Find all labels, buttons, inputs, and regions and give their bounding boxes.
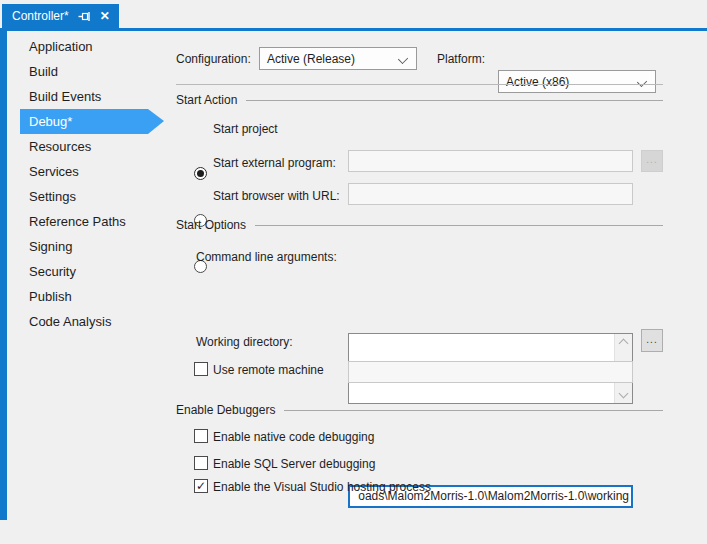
enable-debuggers-section-header: Enable Debuggers <box>176 403 663 417</box>
sidebar-item-build-events[interactable]: Build Events <box>8 84 170 109</box>
start-action-title: Start Action <box>176 93 237 107</box>
platform-value: Active (x86) <box>506 75 569 89</box>
configuration-label: Configuration: <box>176 52 251 66</box>
start-action-section-header: Start Action <box>176 93 663 107</box>
enable-vs-hosting-process-checkbox[interactable]: ✓ <box>194 479 208 493</box>
sidebar-item-services[interactable]: Services <box>8 159 170 184</box>
enable-sql-server-debugging-label[interactable]: Enable SQL Server debugging <box>213 457 375 471</box>
chevron-down-icon <box>398 54 408 64</box>
tab-controller[interactable]: Controller* ✕ <box>2 4 119 28</box>
platform-label: Platform: <box>437 52 485 66</box>
check-icon: ✓ <box>196 480 206 492</box>
scroll-up-icon[interactable] <box>619 339 629 349</box>
section-rule <box>246 100 663 101</box>
chevron-down-icon <box>637 77 647 87</box>
sidebar-item-security[interactable]: Security <box>8 259 170 284</box>
enable-vs-hosting-process-label[interactable]: Enable the Visual Studio hosting process <box>213 480 431 494</box>
browse-external-program-button: ... <box>641 150 663 172</box>
tab-title: Controller* <box>12 9 69 23</box>
use-remote-machine-label[interactable]: Use remote machine <box>213 363 324 377</box>
start-project-radio[interactable] <box>194 167 207 180</box>
start-external-program-input <box>348 150 633 172</box>
remote-machine-input <box>348 361 633 383</box>
properties-sidebar: Application Build Build Events Debug* Re… <box>8 34 170 334</box>
sidebar-item-debug[interactable]: Debug* <box>20 109 148 134</box>
start-project-label[interactable]: Start project <box>213 122 278 136</box>
enable-native-code-debugging-checkbox[interactable]: ✓ <box>194 429 208 443</box>
enable-native-code-debugging-label[interactable]: Enable native code debugging <box>213 430 374 444</box>
platform-select[interactable]: Active (x86) <box>498 70 656 93</box>
start-options-title: Start Options <box>176 218 246 232</box>
browse-working-directory-button[interactable]: ... <box>641 329 663 352</box>
pin-icon[interactable] <box>78 10 91 23</box>
document-left-accent-strip <box>0 31 7 520</box>
working-directory-label: Working directory: <box>196 335 292 349</box>
sidebar-item-publish[interactable]: Publish <box>8 284 170 309</box>
start-browser-url-input <box>348 183 633 205</box>
start-browser-url-label[interactable]: Start browser with URL: <box>213 189 340 203</box>
enable-debuggers-title: Enable Debuggers <box>176 403 275 417</box>
sidebar-item-application[interactable]: Application <box>8 34 170 59</box>
sidebar-item-settings[interactable]: Settings <box>8 184 170 209</box>
enable-sql-server-debugging-checkbox[interactable]: ✓ <box>194 456 208 470</box>
sidebar-item-signing[interactable]: Signing <box>8 234 170 259</box>
configuration-value: Active (Release) <box>267 52 355 66</box>
tab-accent-underline <box>0 28 707 31</box>
use-remote-machine-checkbox[interactable]: ✓ <box>194 362 208 376</box>
sidebar-item-code-analysis[interactable]: Code Analysis <box>8 309 170 334</box>
section-rule <box>284 410 663 411</box>
scroll-down-icon[interactable] <box>619 389 629 399</box>
start-options-section-header: Start Options <box>176 218 663 232</box>
sidebar-item-reference-paths[interactable]: Reference Paths <box>8 209 170 234</box>
sidebar-item-build[interactable]: Build <box>8 59 170 84</box>
sidebar-item-resources[interactable]: Resources <box>8 134 170 159</box>
configuration-select[interactable]: Active (Release) <box>259 47 417 70</box>
separator <box>176 84 663 85</box>
start-external-program-label[interactable]: Start external program: <box>213 156 336 170</box>
command-line-arguments-label: Command line arguments: <box>196 250 337 264</box>
close-icon[interactable]: ✕ <box>100 10 110 22</box>
section-rule <box>255 225 663 226</box>
